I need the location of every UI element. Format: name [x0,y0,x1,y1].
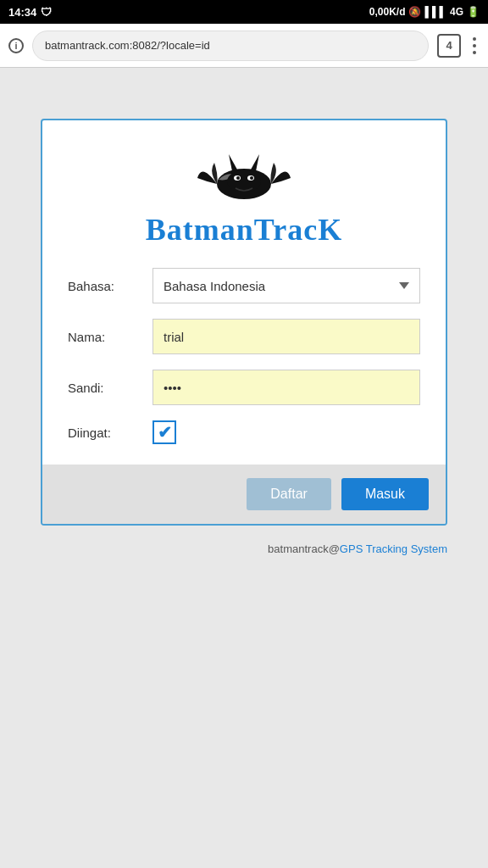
network-icon: 4G [450,6,463,18]
info-icon[interactable]: i [8,38,24,53]
url-text: batmantrack.com:8082/?locale=id [45,39,210,52]
svg-point-6 [236,176,240,180]
name-label: Nama: [68,330,152,344]
tab-count[interactable]: 4 [437,34,461,58]
register-button[interactable]: Daftar [247,478,331,510]
shield-icon: 🛡 [41,6,52,19]
language-row: Bahasa: Bahasa Indonesia English [68,268,420,303]
password-row: Sandi: [68,370,420,405]
dot1 [473,37,476,41]
name-row: Nama: [68,319,420,354]
status-time: 14:34 [8,6,36,19]
browser-bar: i batmantrack.com:8082/?locale=id 4 [0,24,488,68]
signal-icon: ▌▌▌ [424,6,446,18]
footer-link[interactable]: GPS Tracking System [340,542,447,555]
language-select[interactable]: Bahasa Indonesia English [152,268,420,303]
battery-icon: 🔋 [467,6,480,18]
mute-icon: 🔕 [408,6,421,18]
login-button[interactable]: Masuk [341,478,429,510]
url-bar[interactable]: batmantrack.com:8082/?locale=id [32,31,429,61]
svg-marker-2 [251,154,259,171]
batman-logo [193,146,295,205]
remember-checkbox[interactable]: ✔ [152,420,176,444]
password-label: Sandi: [68,381,152,395]
svg-marker-1 [229,154,237,171]
page-footer: batmantrack@GPS Tracking System [41,542,447,555]
name-input[interactable] [152,319,420,354]
svg-point-3 [227,170,261,192]
brand-name: BatmanTracK [146,212,342,248]
check-icon: ✔ [158,422,172,442]
status-bar: 14:34 🛡 0,00K/d 🔕 ▌▌▌ 4G 🔋 [0,0,488,24]
browser-menu-button[interactable] [469,34,480,58]
login-card: BatmanTracK Bahasa: Bahasa Indonesia Eng… [41,119,447,526]
dot2 [473,44,476,47]
page-content: BatmanTracK Bahasa: Bahasa Indonesia Eng… [0,68,488,868]
password-input[interactable] [152,370,420,405]
dot3 [473,51,476,54]
logo-area: BatmanTracK [68,146,420,248]
card-footer: Daftar Masuk [42,465,446,524]
network-speed: 0,00K/d [369,6,406,18]
remember-label: Diingat: [68,426,152,440]
language-label: Bahasa: [68,279,152,293]
svg-point-7 [250,176,253,180]
footer-prefix: batmantrack@ [268,542,340,555]
remember-row: Diingat: ✔ [68,420,420,444]
